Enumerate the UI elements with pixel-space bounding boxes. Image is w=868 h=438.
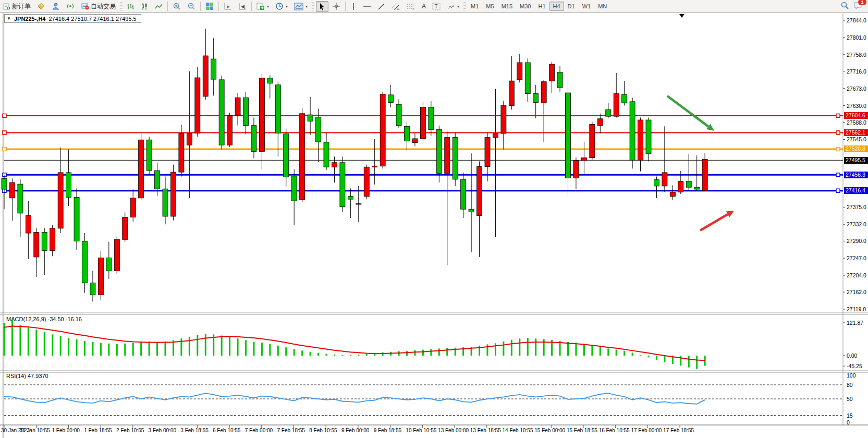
candle[interactable] bbox=[259, 78, 264, 152]
one-click-trading-toggle[interactable]: ▼ bbox=[7, 16, 11, 21]
candle[interactable] bbox=[388, 95, 394, 103]
text-tool-button[interactable]: A bbox=[419, 1, 429, 11]
candle[interactable] bbox=[74, 197, 79, 241]
auto-scroll-button[interactable] bbox=[221, 1, 235, 12]
candle[interactable] bbox=[170, 172, 176, 216]
level-line-handle[interactable] bbox=[3, 147, 6, 151]
candle[interactable] bbox=[549, 64, 555, 81]
candle[interactable] bbox=[243, 98, 249, 125]
candle[interactable] bbox=[235, 98, 240, 115]
candle[interactable] bbox=[98, 258, 103, 295]
candle[interactable] bbox=[372, 166, 377, 167]
candle[interactable] bbox=[291, 176, 297, 201]
candle[interactable] bbox=[211, 59, 216, 79]
level-line-handle[interactable] bbox=[836, 114, 840, 117]
candle[interactable] bbox=[203, 56, 208, 96]
candle[interactable] bbox=[139, 140, 144, 198]
candle[interactable] bbox=[42, 233, 47, 251]
timeframe-button-h1[interactable]: H1 bbox=[534, 2, 549, 11]
candle[interactable] bbox=[614, 94, 619, 117]
trendline-tool-button[interactable] bbox=[375, 1, 388, 12]
level-line-handle[interactable] bbox=[836, 189, 840, 192]
candle[interactable] bbox=[670, 192, 675, 196]
candle[interactable] bbox=[646, 120, 651, 154]
candle[interactable] bbox=[275, 85, 280, 133]
candle[interactable] bbox=[227, 116, 233, 145]
candle[interactable] bbox=[533, 94, 539, 103]
candle[interactable] bbox=[590, 124, 595, 157]
level-line-handle[interactable] bbox=[836, 131, 840, 135]
candle[interactable] bbox=[509, 81, 514, 105]
green-down-arrow[interactable] bbox=[667, 96, 708, 127]
candle[interactable] bbox=[654, 180, 659, 186]
candle[interactable] bbox=[420, 107, 425, 139]
candle[interactable] bbox=[557, 72, 563, 88]
candle[interactable] bbox=[469, 209, 474, 212]
candle[interactable] bbox=[380, 94, 385, 166]
candle[interactable] bbox=[597, 119, 603, 126]
chart-shift-button[interactable] bbox=[236, 1, 249, 12]
candle[interactable] bbox=[630, 102, 635, 160]
candle[interactable] bbox=[267, 78, 273, 83]
horizontal-line-tool-button[interactable] bbox=[360, 1, 374, 11]
accounts-button[interactable] bbox=[49, 1, 63, 12]
candle[interactable] bbox=[412, 139, 418, 143]
candle[interactable] bbox=[662, 173, 667, 186]
timeframe-button-m1[interactable]: M1 bbox=[467, 2, 482, 11]
periods-button[interactable]: ▾ bbox=[273, 1, 290, 12]
timeframe-button-m30[interactable]: M30 bbox=[516, 2, 534, 11]
candle[interactable] bbox=[517, 63, 522, 80]
text-label-tool-button[interactable]: T bbox=[430, 1, 443, 12]
candle[interactable] bbox=[58, 173, 63, 228]
chart-canvas[interactable] bbox=[0, 13, 868, 438]
candle[interactable] bbox=[300, 114, 305, 200]
candle[interactable] bbox=[324, 142, 329, 167]
candle[interactable] bbox=[66, 173, 71, 197]
timeframe-button-d1[interactable]: D1 bbox=[564, 2, 579, 11]
candle[interactable] bbox=[146, 140, 152, 171]
signal-icon-button[interactable] bbox=[64, 1, 77, 12]
candle[interactable] bbox=[477, 166, 482, 215]
red-up-arrow[interactable] bbox=[700, 214, 728, 230]
notifications-icon[interactable]: 1 bbox=[853, 2, 863, 11]
candle[interactable] bbox=[678, 181, 683, 192]
candle[interactable] bbox=[308, 115, 313, 121]
candle[interactable] bbox=[485, 138, 490, 167]
indicators-button[interactable]: ▾ bbox=[254, 1, 272, 12]
candlestick-chart-button[interactable] bbox=[138, 1, 151, 12]
candle[interactable] bbox=[332, 163, 337, 167]
candle[interactable] bbox=[251, 126, 256, 152]
candle[interactable] bbox=[461, 179, 466, 209]
arrows-tool-button[interactable]: ▾ bbox=[444, 1, 462, 12]
timeframe-button-w1[interactable]: W1 bbox=[579, 2, 595, 11]
candle[interactable] bbox=[606, 110, 611, 116]
candle[interactable] bbox=[50, 228, 55, 251]
candle[interactable] bbox=[436, 129, 442, 173]
candle[interactable] bbox=[638, 120, 643, 160]
candle[interactable] bbox=[525, 63, 530, 94]
candle[interactable] bbox=[453, 138, 458, 179]
candle[interactable] bbox=[340, 163, 345, 207]
vertical-line-tool-button[interactable] bbox=[348, 1, 359, 12]
candle[interactable] bbox=[130, 198, 136, 217]
market-watch-button[interactable] bbox=[34, 1, 48, 12]
candle[interactable] bbox=[396, 104, 401, 125]
candle[interactable] bbox=[541, 82, 546, 103]
candle[interactable] bbox=[573, 161, 579, 178]
zoom-in-button[interactable] bbox=[170, 1, 184, 12]
tile-windows-button[interactable] bbox=[203, 1, 216, 12]
candle[interactable] bbox=[114, 239, 119, 271]
timeframe-button-mn[interactable]: MN bbox=[594, 2, 610, 11]
candle[interactable] bbox=[106, 258, 112, 271]
candle[interactable] bbox=[123, 217, 128, 239]
candle[interactable] bbox=[18, 184, 23, 213]
candle[interactable] bbox=[348, 197, 353, 199]
candle[interactable] bbox=[501, 106, 506, 133]
timeframe-button-h4[interactable]: H4 bbox=[549, 2, 564, 11]
candle[interactable] bbox=[702, 159, 707, 190]
candle[interactable] bbox=[581, 158, 586, 161]
auto-trading-button[interactable]: 自动交易 bbox=[78, 1, 118, 13]
timeframe-button-m5[interactable]: M5 bbox=[482, 2, 497, 11]
channel-tool-button[interactable]: E bbox=[389, 1, 403, 12]
cursor-tool-button[interactable] bbox=[316, 1, 328, 12]
